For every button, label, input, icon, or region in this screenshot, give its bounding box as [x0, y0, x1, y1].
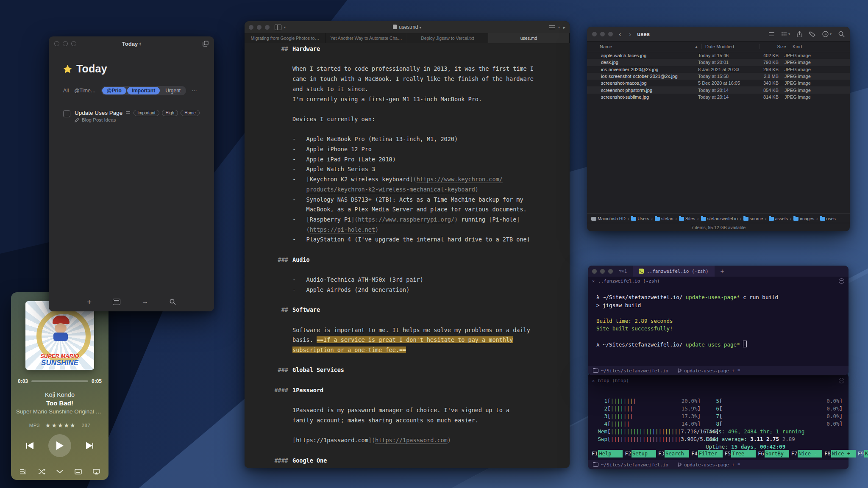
terminal-tabbar[interactable]: ⌥⌘1 >_ ..fanzweifel.io (-zsh) +	[588, 266, 849, 277]
fkey-nice[interactable]: F8Nice +	[822, 450, 855, 458]
tab-uses-md[interactable]: uses.md	[488, 33, 570, 43]
tab-deploy-jigsaw-to-vercel-txt[interactable]: Deploy Jigsaw to Vercel.txt	[407, 33, 489, 43]
close-pane-icon[interactable]: ✕	[592, 279, 595, 283]
window-controls[interactable]	[592, 269, 613, 274]
path-item-stefan[interactable]: stefan	[655, 216, 673, 221]
meter-value: 15.9%	[682, 405, 698, 413]
rating-stars[interactable]: ★★★★★	[45, 422, 76, 429]
table-row[interactable]: screenshot-phpstorm.jpgToday at 20:14854…	[587, 86, 850, 93]
path-item-assets[interactable]: assets	[769, 216, 788, 221]
terminal-pane-header: ✕ ..fanzweifel.io (-zsh)	[588, 277, 849, 285]
meter-label: 1	[594, 397, 607, 405]
minimize-pane-icon[interactable]	[839, 378, 844, 383]
close-button[interactable]	[592, 269, 597, 274]
table-row[interactable]: desk.jpgToday at 20:01790 KBJPEG image	[587, 59, 850, 66]
new-todo-button[interactable]: +	[87, 298, 92, 306]
previous-track-button[interactable]	[25, 442, 34, 449]
path-item-users[interactable]: Users	[631, 216, 649, 221]
path-item-images[interactable]: images	[793, 216, 814, 221]
path-item-source[interactable]: source	[743, 216, 763, 221]
table-row[interactable]: apple-watch-faces.jpgToday at 15:46402 K…	[587, 52, 850, 59]
filter-all[interactable]: All	[63, 88, 69, 94]
share-icon[interactable]	[797, 31, 802, 37]
doc-line-text: - Synology NAS DS713+ (2TB): Acts as a T…	[292, 195, 523, 205]
terminal-output[interactable]: λ ~/Sites/stefanzweifel.io/ update-uses-…	[588, 285, 849, 349]
progress-bar[interactable]	[31, 380, 88, 382]
finder-toolbar[interactable]: ‹ › uses ▾ ▾	[587, 27, 850, 42]
forward-button[interactable]: ›	[629, 30, 632, 38]
table-row[interactable]: ios-screenshot-october-2021@2x.jpgToday …	[587, 73, 850, 80]
todo-checkbox[interactable]	[63, 110, 70, 117]
file-name-cell: apple-watch-faces.jpg	[587, 53, 695, 58]
fkey-search[interactable]: F3Search	[656, 450, 689, 458]
fkey-filter[interactable]: F4Filter	[689, 450, 722, 458]
group-by-icon[interactable]: ▾	[781, 32, 790, 36]
table-row[interactable]: screenshot-macos.jpg5 Dec 2020 at 16:053…	[587, 80, 850, 86]
window-controls[interactable]	[592, 32, 613, 36]
next-track-button[interactable]	[86, 442, 94, 449]
tag-icon[interactable]	[809, 31, 815, 37]
terminal-tab[interactable]: >_ ..fanzweifel.io (-zsh)	[633, 266, 715, 277]
fkey-help[interactable]: F1Help	[590, 450, 623, 458]
drive-icon	[591, 217, 596, 221]
doc-line	[269, 315, 558, 325]
markdown-document[interactable]: ##HardwareWhen I started to code profess…	[245, 43, 570, 466]
calendar-button[interactable]	[113, 299, 120, 305]
table-row[interactable]: ios-november-2020@2x.jpg8 Jan 2021 at 20…	[587, 66, 850, 73]
path-item-stefanzweifel-io[interactable]: stefanzweifel.io	[701, 216, 738, 221]
filter-more-button[interactable]: ⋯	[192, 88, 197, 94]
doc-link[interactable]: https://www.keychron.com/	[417, 176, 503, 183]
collapse-icon[interactable]	[56, 470, 63, 474]
editor-titlebar[interactable]: ▾ uses.md ▾ ▾ ▸	[245, 21, 570, 33]
new-tab-button[interactable]: +	[721, 268, 724, 274]
fkey-setup[interactable]: F2Setup	[623, 450, 656, 458]
shuffle-icon[interactable]	[38, 469, 45, 474]
fkey-nice[interactable]: F7Nice -	[789, 450, 822, 458]
path-item-uses[interactable]: uses	[820, 216, 836, 221]
banner-icon[interactable]	[75, 469, 82, 474]
path-item-macintosh-hd[interactable]: Macintosh HD	[591, 216, 626, 221]
doc-link[interactable]: https://www.raspberrypi.org/	[358, 216, 454, 223]
fkey-tree[interactable]: F5Tree	[723, 450, 756, 458]
close-button[interactable]	[592, 32, 597, 36]
filter-time[interactable]: @Time…	[74, 88, 95, 94]
path-item-sites[interactable]: Sites	[679, 216, 695, 221]
more-actions-icon[interactable]: ▾	[822, 31, 832, 37]
list-view-icon[interactable]	[769, 32, 774, 36]
file-thumbnail-icon	[593, 67, 598, 72]
search-button[interactable]	[170, 299, 176, 305]
doc-link[interactable]: https://pi-hole.net	[310, 226, 375, 233]
back-button[interactable]: ‹	[619, 30, 621, 38]
table-row[interactable]: screenshot-sublime.jpgToday at 20:14814 …	[587, 94, 850, 100]
search-icon[interactable]	[838, 31, 845, 37]
zoom-button[interactable]	[608, 269, 613, 274]
queue-icon[interactable]	[19, 469, 27, 474]
tab-yet-another-way-to-automate-cha[interactable]: Yet Another Way to Automate Cha…	[326, 33, 407, 43]
column-header-size[interactable]: Size	[760, 44, 789, 49]
move-button[interactable]: →	[142, 298, 148, 305]
column-header-date[interactable]: Date Modified	[701, 44, 760, 49]
fkey-kill[interactable]: F9Kill	[856, 450, 868, 458]
filter-important[interactable]: Important	[127, 87, 160, 94]
todo-item[interactable]: Update Uses Page ImportantHighHome Blog …	[63, 110, 200, 122]
filter-urgent[interactable]: Urgent	[161, 87, 185, 94]
tab-migrating-from-google-photos-to[interactable]: Migrating from Google Photos to…	[245, 33, 326, 43]
column-header-kind[interactable]: Kind	[789, 44, 850, 49]
doc-line-text: Devices I currently own:	[292, 114, 375, 125]
minimize-button[interactable]	[600, 32, 605, 36]
play-button[interactable]	[48, 434, 71, 457]
finder-window: ‹ › uses ▾ ▾	[587, 27, 850, 231]
doc-link[interactable]: https://1password.com	[375, 437, 448, 444]
minimize-button[interactable]	[600, 269, 605, 274]
things-titlebar[interactable]: Today▴▾	[49, 36, 214, 51]
column-header-name[interactable]: Name▲	[587, 44, 701, 49]
close-pane-icon[interactable]: ✕	[592, 378, 595, 383]
filter-prio[interactable]: @Prio	[102, 87, 126, 94]
airplay-icon[interactable]	[93, 469, 100, 474]
fkey-sortby[interactable]: F6SortBy	[756, 450, 789, 458]
zoom-button[interactable]	[608, 32, 613, 36]
meter-bar: |	[626, 413, 630, 419]
doc-link[interactable]: products/keychron-k2-wireless-mechanical…	[306, 186, 475, 193]
minimize-pane-icon[interactable]	[839, 278, 844, 284]
doc-text: Global Services	[292, 366, 344, 373]
